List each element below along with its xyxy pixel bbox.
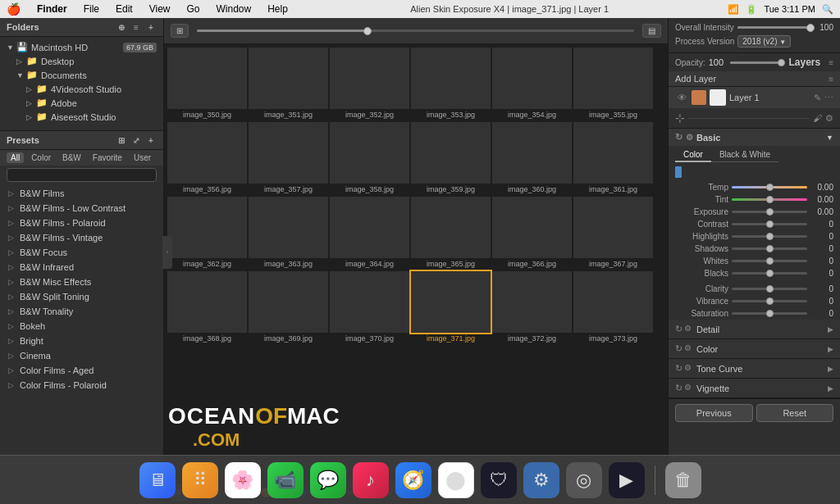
folder-item-macintosh-hd[interactable]: ▼ 💾 Macintosh HD 67.9 GB xyxy=(0,40,163,54)
dock-messages[interactable]: 💬 xyxy=(310,462,346,498)
add-layer-button[interactable]: Add Layer ≡ xyxy=(669,71,840,87)
basic-section-header[interactable]: ↻ ⚙ Basic ▼ xyxy=(669,129,840,146)
folder-item-aiseesoft[interactable]: ▷ 📁 Aiseesoft Studio xyxy=(0,110,163,124)
tab-all[interactable]: All xyxy=(7,152,24,163)
preset-item[interactable]: ▷B&W Misc Effects xyxy=(0,275,163,289)
zoom-slider[interactable] xyxy=(197,30,634,32)
tab-bw[interactable]: Black & White xyxy=(711,148,778,162)
image-cell[interactable]: image_372.jpg xyxy=(492,271,572,344)
preset-item[interactable]: ▷Color Films - Polaroid xyxy=(0,378,163,393)
filmstrip-btn[interactable]: ▤ xyxy=(642,24,661,38)
pencil-icon[interactable]: ✎ xyxy=(814,93,821,103)
menu-finder[interactable]: Finder xyxy=(34,3,71,15)
image-cell[interactable]: image_366.jpg xyxy=(492,197,572,270)
image-cell[interactable]: image_362.jpg xyxy=(167,197,247,270)
preset-item[interactable]: ▷B&W Tonality xyxy=(0,304,163,319)
layers-menu-icon[interactable]: ≡ xyxy=(829,58,833,67)
dock-chrome[interactable]: ⬤ xyxy=(438,462,474,498)
image-cell[interactable]: image_358.jpg xyxy=(330,122,409,195)
layer-row[interactable]: 👁 Layer 1 ✎ ⋯ xyxy=(669,87,840,108)
dock-itunes[interactable]: ♪ xyxy=(353,462,389,498)
folder-item-adobe[interactable]: ▷ 📁 Adobe xyxy=(0,96,163,110)
reset-button[interactable]: Reset xyxy=(756,404,834,422)
adj-slider-blacks[interactable] xyxy=(732,272,807,275)
image-cell[interactable]: image_361.jpg xyxy=(573,122,653,195)
opacity-slider[interactable] xyxy=(730,61,782,64)
image-cell[interactable]: image_351.jpg xyxy=(249,48,328,120)
presets-add[interactable]: + xyxy=(145,134,157,146)
dock-safari[interactable]: 🧭 xyxy=(395,462,431,498)
dock-trash[interactable]: 🗑 xyxy=(665,462,701,498)
dock-finder[interactable]: 🖥 xyxy=(139,462,176,498)
image-cell[interactable]: image_370.jpg xyxy=(330,271,409,344)
preset-item[interactable]: ▷Bright xyxy=(0,334,163,348)
refresh-icon[interactable]: ↻ xyxy=(675,132,682,143)
adj-slider-shadows[interactable] xyxy=(732,247,807,250)
dock-app1[interactable]: 🛡 xyxy=(481,462,517,498)
image-cell[interactable]: image_353.jpg xyxy=(411,48,491,120)
folders-icon-2[interactable]: ≡ xyxy=(130,21,142,33)
menu-file[interactable]: File xyxy=(80,3,103,15)
tab-favorite[interactable]: Favorite xyxy=(89,152,126,163)
preset-item[interactable]: ▷B&W Films - Polaroid xyxy=(0,216,163,230)
tab-user[interactable]: User xyxy=(130,152,155,163)
preset-item[interactable]: ▷B&W Infrared xyxy=(0,260,163,275)
color-section[interactable]: ↻ ⚙ Color ▶ xyxy=(669,339,840,359)
adj-slider-whites[interactable] xyxy=(732,260,807,262)
folder-item-desktop[interactable]: ▷ 📁 Desktop xyxy=(0,54,163,68)
intensity-slider[interactable] xyxy=(737,26,810,29)
layer-options-icon[interactable]: ⋯ xyxy=(824,93,833,103)
image-cell[interactable]: image_368.jpg xyxy=(167,271,247,344)
preset-item[interactable]: ▷B&W Focus xyxy=(0,245,163,260)
settings-icon-right[interactable]: ⚙ xyxy=(825,113,833,124)
image-cell[interactable]: image_357.jpg xyxy=(249,122,328,195)
dock-app3[interactable]: ◎ xyxy=(566,462,602,498)
expand-icon[interactable]: ⤢ xyxy=(130,134,142,146)
preset-item[interactable]: ▷B&W Split Toning xyxy=(0,289,163,304)
preset-item[interactable]: ▷Bokeh xyxy=(0,319,163,334)
image-cell[interactable]: image_356.jpg xyxy=(167,122,247,195)
vignette-section[interactable]: ↻ ⚙ Vignette ▶ xyxy=(669,379,840,398)
wb-icon[interactable] xyxy=(675,166,682,178)
preset-item[interactable]: ▷Cinema xyxy=(0,348,163,363)
image-cell[interactable]: image_363.jpg xyxy=(249,197,328,270)
preset-item[interactable]: ▷Color Films - Aged xyxy=(0,363,163,378)
image-cell[interactable]: image_355.jpg xyxy=(573,48,653,120)
left-collapse-tab[interactable]: ‹ xyxy=(162,236,172,269)
preset-item[interactable]: ▷B&W Films - Low Contrast xyxy=(0,201,163,216)
menu-help[interactable]: Help xyxy=(264,3,291,15)
image-cell[interactable]: image_354.jpg xyxy=(492,48,572,120)
dock-app2[interactable]: ⚙ xyxy=(523,462,559,498)
folders-icon-1[interactable]: ⊕ xyxy=(116,21,127,33)
image-cell[interactable]: image_350.jpg xyxy=(167,48,247,120)
dock-photos[interactable]: 🌸 xyxy=(225,462,261,498)
eye-icon[interactable]: 👁 xyxy=(675,91,688,104)
image-cell[interactable]: image_367.jpg xyxy=(573,197,653,270)
menu-edit[interactable]: Edit xyxy=(112,3,136,15)
image-cell[interactable]: image_369.jpg xyxy=(249,271,328,344)
dock-facetime[interactable]: 📹 xyxy=(267,462,304,498)
brush-icon[interactable]: 🖌 xyxy=(813,113,822,123)
grid-view-btn[interactable]: ⊞ xyxy=(171,24,189,38)
preset-item[interactable]: ▷B&W Films - Vintage xyxy=(0,230,163,245)
folders-add[interactable]: + xyxy=(145,21,157,33)
image-cell[interactable]: image_359.jpg xyxy=(411,122,491,195)
menu-window[interactable]: Window xyxy=(213,3,255,15)
menu-view[interactable]: View xyxy=(146,3,174,15)
image-cell[interactable]: image_360.jpg xyxy=(492,122,572,195)
adj-slider-tint[interactable] xyxy=(732,198,807,201)
apple-menu[interactable]: 🍎 xyxy=(7,2,21,16)
adj-slider-vibrance[interactable] xyxy=(732,300,807,302)
preset-search[interactable] xyxy=(7,168,157,182)
adj-slider-contrast[interactable] xyxy=(732,223,807,225)
adj-slider-temp[interactable] xyxy=(732,186,807,188)
image-grid[interactable]: image_350.jpg image_351.jpg image_352.jp… xyxy=(164,44,668,479)
settings-small-icon[interactable]: ⚙ xyxy=(686,133,693,142)
preset-item[interactable]: ▷B&W Films xyxy=(0,186,163,201)
adj-slider-clarity[interactable] xyxy=(732,288,807,290)
image-cell[interactable]: image_352.jpg xyxy=(330,48,409,120)
adj-slider-exposure[interactable] xyxy=(732,211,807,213)
tab-color[interactable]: Color xyxy=(27,152,55,163)
image-cell[interactable]: image_371.jpg xyxy=(411,271,491,344)
crop-tool-icon[interactable]: ⊹ xyxy=(675,111,685,125)
